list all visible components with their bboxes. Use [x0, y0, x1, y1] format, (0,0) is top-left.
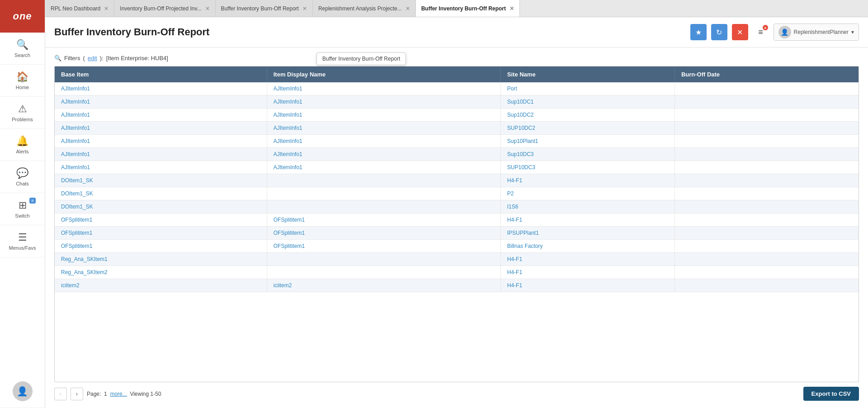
main-area: RPL Neo Dashboard ✕ Inventory Burn-Off P…	[45, 0, 868, 408]
table-row: AJItemInfo1 AJItemInfo1 Port	[55, 82, 859, 95]
menu-button[interactable]: ≡ ●	[753, 24, 769, 40]
cell-base-item[interactable]: DOItem1_SK	[55, 187, 267, 200]
cell-site-name[interactable]: P2	[500, 187, 675, 200]
cell-site-name[interactable]: Sup10DC2	[500, 109, 675, 122]
cell-base-item[interactable]: DOItem1_SK	[55, 174, 267, 187]
tab-inv-burnoff[interactable]: Inventory Burn-Off Projected Inv... ✕	[114, 0, 215, 17]
filter-icon: 🔍	[54, 55, 61, 62]
cell-display-name[interactable]	[267, 200, 500, 213]
tab-replenishment-close[interactable]: ✕	[406, 5, 410, 12]
col-display-name: Item Display Name	[267, 66, 500, 82]
table-header-row: Base Item Item Display Name Site Name Bu…	[55, 66, 859, 82]
sidebar-item-avatar[interactable]: 👤	[0, 375, 45, 408]
tab-inv-burnoff-label: Inventory Burn-Off Projected Inv...	[120, 5, 201, 12]
tab-rpl-close[interactable]: ✕	[104, 5, 108, 12]
next-page-button[interactable]: ›	[71, 388, 83, 400]
cell-base-item[interactable]: OFSplititem1	[55, 240, 267, 253]
cell-display-name[interactable]	[267, 266, 500, 279]
cell-display-name[interactable]: OFSplititem1	[267, 227, 500, 240]
cell-base-item[interactable]: AJItemInfo1	[55, 122, 267, 135]
cell-base-item[interactable]: AJItemInfo1	[55, 82, 267, 95]
cell-site-name[interactable]: H4-F1	[500, 253, 675, 266]
cell-display-name[interactable]	[267, 253, 500, 266]
tab-replenishment[interactable]: Replenishment Analysis Projecte... ✕	[313, 0, 416, 17]
user-avatar-header: 👤	[778, 26, 791, 38]
cell-site-name[interactable]: I1S6	[500, 200, 675, 213]
cell-burnoff-date	[675, 266, 859, 279]
cell-base-item[interactable]: Reg_Ana_SKItem2	[55, 266, 267, 279]
cell-burnoff-date	[675, 253, 859, 266]
tab-buffer-burnoff-active[interactable]: Buffer Inventory Burn-Off Report ✕	[416, 0, 520, 17]
user-dropdown[interactable]: 👤 ReplenishmentPlanner ▾	[774, 24, 859, 41]
cell-base-item[interactable]: AJItemInfo1	[55, 161, 267, 174]
export-csv-button[interactable]: Export to CSV	[803, 387, 859, 401]
sidebar-item-home[interactable]: 🏠 Home	[0, 65, 45, 97]
prev-page-button[interactable]: ‹	[54, 388, 67, 400]
cell-site-name[interactable]: Sup10DC1	[500, 95, 675, 109]
cell-site-name[interactable]: Sup10DC3	[500, 148, 675, 161]
page-header: Buffer Inventory Burn-Off Report ★ ↻ ✕ ≡…	[45, 17, 868, 47]
sidebar-item-chats[interactable]: 💬 Chats	[0, 161, 45, 193]
cell-display-name[interactable]: AJItemInfo1	[267, 109, 500, 122]
sidebar-label-menus: Menus/Favs	[9, 245, 36, 251]
cell-base-item[interactable]: AJItemInfo1	[55, 148, 267, 161]
cell-base-item[interactable]: OFSplititem1	[55, 213, 267, 227]
sidebar-item-alerts[interactable]: 🔔 Alerts	[0, 129, 45, 161]
cell-display-name[interactable]: AJItemInfo1	[267, 161, 500, 174]
table-row: iciitem2 iciitem2 H4-F1	[55, 279, 859, 292]
tab-rpl[interactable]: RPL Neo Dashboard ✕	[45, 0, 114, 17]
home-icon: 🏠	[16, 71, 28, 83]
filter-value: [Item Enterprise: HUB4]	[106, 55, 168, 62]
cell-display-name[interactable]: AJItemInfo1	[267, 135, 500, 148]
app-logo[interactable]: one	[0, 0, 45, 33]
cell-site-name[interactable]: SUP10DC2	[500, 122, 675, 135]
cell-display-name[interactable]: OFSplititem1	[267, 240, 500, 253]
tab-inv-burnoff-close[interactable]: ✕	[205, 5, 210, 12]
close-report-button[interactable]: ✕	[732, 24, 748, 40]
cell-display-name[interactable]: iciitem2	[267, 279, 500, 292]
cell-base-item[interactable]: OFSplititem1	[55, 227, 267, 240]
cell-site-name[interactable]: Port	[500, 82, 675, 95]
sidebar-item-problems[interactable]: ⚠ Problems	[0, 97, 45, 129]
cell-site-name[interactable]: Billnas Factory	[500, 240, 675, 253]
cell-display-name[interactable]	[267, 187, 500, 200]
cell-site-name[interactable]: Sup10Plant1	[500, 135, 675, 148]
cell-site-name[interactable]: H4-F1	[500, 266, 675, 279]
cell-display-name[interactable]: AJItemInfo1	[267, 148, 500, 161]
cell-base-item[interactable]: AJItemInfo1	[55, 135, 267, 148]
cell-display-name[interactable]: AJItemInfo1	[267, 95, 500, 109]
menu-icon: ☰	[18, 232, 27, 243]
cell-burnoff-date	[675, 200, 859, 213]
cell-base-item[interactable]: iciitem2	[55, 279, 267, 292]
filter-edit-link[interactable]: edit	[88, 55, 97, 62]
favorite-button[interactable]: ★	[690, 24, 707, 40]
cell-base-item[interactable]: AJItemInfo1	[55, 95, 267, 109]
cell-display-name[interactable]: OFSplititem1	[267, 213, 500, 227]
data-table-wrapper[interactable]: Base Item Item Display Name Site Name Bu…	[54, 66, 859, 382]
cell-display-name[interactable]: AJItemInfo1	[267, 122, 500, 135]
tab-buffer-burnoff-active-close[interactable]: ✕	[509, 5, 514, 12]
sidebar-item-menus[interactable]: ☰ Menus/Favs	[0, 225, 45, 257]
more-pages-link[interactable]: more...	[110, 391, 127, 397]
tab-buffer-burnoff-close[interactable]: ✕	[302, 5, 307, 12]
cell-display-name[interactable]: AJItemInfo1	[267, 82, 500, 95]
sidebar-item-switch[interactable]: ⊞ Switch ≡	[0, 193, 45, 225]
tooltip-text: Buffer Inventory Burn-Off Report	[322, 56, 400, 62]
tab-replenishment-label: Replenishment Analysis Projecte...	[318, 5, 402, 12]
cell-base-item[interactable]: AJItemInfo1	[55, 109, 267, 122]
cell-base-item[interactable]: Reg_Ana_SKItem1	[55, 253, 267, 266]
cell-site-name[interactable]: H4-F1	[500, 174, 675, 187]
sidebar-item-search[interactable]: 🔍 Search	[0, 33, 45, 65]
tab-buffer-burnoff[interactable]: Buffer Inventory Burn-Off Report ✕	[216, 0, 313, 17]
cell-display-name[interactable]	[267, 174, 500, 187]
cell-burnoff-date	[675, 279, 859, 292]
refresh-button[interactable]: ↻	[711, 24, 727, 40]
cell-site-name[interactable]: SUP10DC3	[500, 161, 675, 174]
tab-buffer-burnoff-label: Buffer Inventory Burn-Off Report	[221, 5, 299, 12]
cell-site-name[interactable]: H4-F1	[500, 279, 675, 292]
cell-base-item[interactable]: DOItem1_SK	[55, 200, 267, 213]
cell-site-name[interactable]: IPSUPPlant1	[500, 227, 675, 240]
table-row: OFSplititem1 OFSplititem1 IPSUPPlant1	[55, 227, 859, 240]
cell-site-name[interactable]: H4-F1	[500, 213, 675, 227]
table-row: Reg_Ana_SKItem2 H4-F1	[55, 266, 859, 279]
